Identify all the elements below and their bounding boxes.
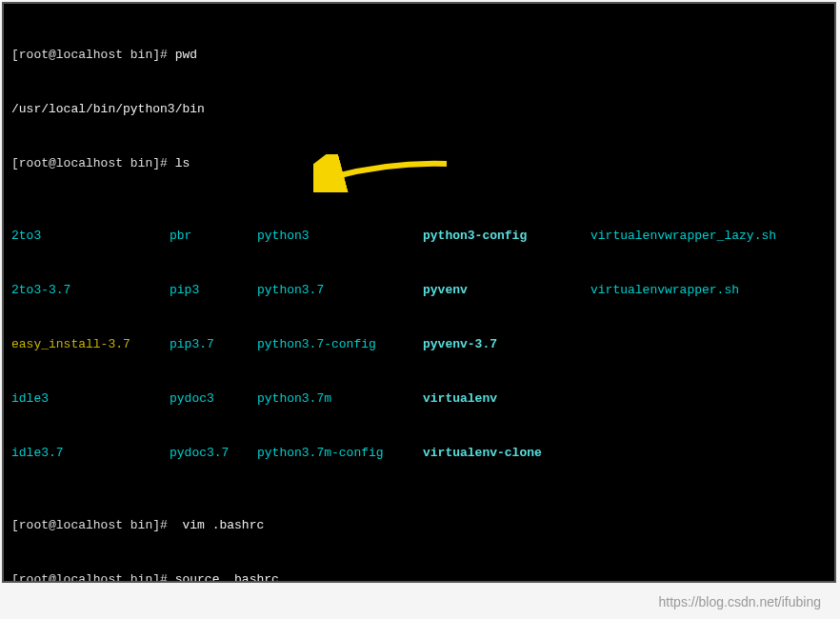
command-pwd: pwd [175,48,197,62]
shell-prompt: [root@localhost bin]# [11,48,175,62]
watermark-text: https://blog.csdn.net/ifubing [659,594,821,609]
command-vim: vim .bashrc [175,518,265,532]
ls-item: pyvenv [423,281,590,299]
ls-row: 2to3 pbr python3 python3-config virtuale… [11,227,827,245]
ls-item: virtualenvwrapper.sh [590,281,827,299]
shell-prompt: [root@localhost bin]# [11,518,175,532]
ls-item: virtualenvwrapper_lazy.sh [590,227,827,245]
ls-item: python3.7m [257,389,423,408]
ls-item: pip3 [170,281,257,299]
ls-item: python3-config [423,227,590,245]
command-source: source .bashrc [175,572,279,583]
ls-item: pyvenv-3.7 [423,335,590,353]
terminal-window[interactable]: [root@localhost bin]# pwd /usr/local/bin… [2,2,836,583]
ls-item: virtualenv-clone [423,444,590,462]
ls-item: python3 [257,227,423,245]
ls-item: 2to3-3.7 [11,281,170,299]
ls-row: 2to3-3.7 pip3 python3.7 pyvenv virtualen… [11,281,827,299]
shell-prompt: [root@localhost bin]# [11,156,175,170]
ls-item: pydoc3 [170,389,257,408]
ls-row: easy_install-3.7 pip3.7 python3.7-config… [11,335,827,353]
ls-row: idle3.7 pydoc3.7 python3.7m-config virtu… [11,444,827,462]
ls-row: idle3 pydoc3 python3.7m virtualenv [11,389,827,408]
ls-item: easy_install-3.7 [11,335,170,353]
ls-item: idle3 [11,389,170,408]
ls-item: python3.7m-config [257,444,423,462]
shell-prompt: [root@localhost bin]# [11,572,175,583]
ls-item: python3.7 [257,281,423,299]
command-ls: ls [175,156,190,170]
ls-item: pip3.7 [170,335,257,353]
ls-item: idle3.7 [11,444,170,462]
ls-item: pbr [170,227,257,245]
ls-item: python3.7-config [257,335,423,353]
ls-item: pydoc3.7 [170,444,257,462]
pwd-output: /usr/local/bin/python3/bin [11,100,827,118]
ls-item: 2to3 [11,227,170,245]
ls-item: virtualenv [423,389,590,408]
ls-item [590,335,827,353]
